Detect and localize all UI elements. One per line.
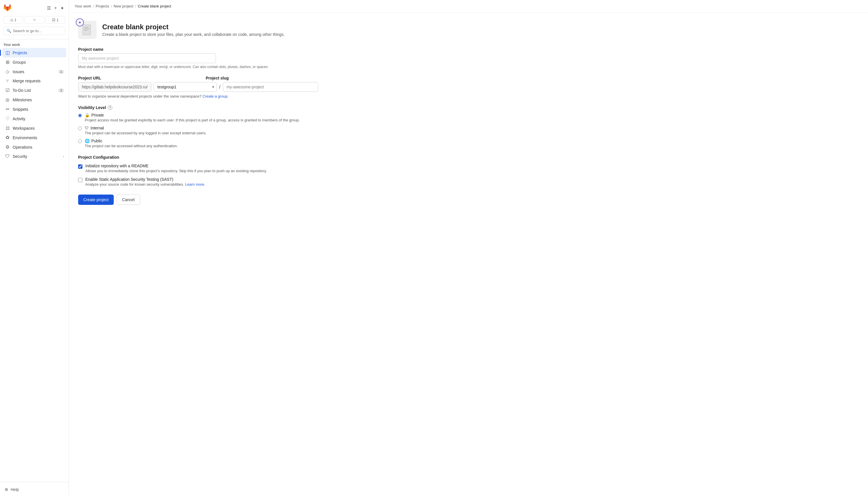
sast-desc: Analyze your source code for known secur… (85, 182, 205, 186)
url-row: https://gitlab.helpdeskcourse2023.ru/ te… (78, 82, 318, 92)
project-icon-plus: + (76, 18, 84, 26)
project-url-section: Project URL Project slug https://gitlab.… (78, 76, 318, 98)
sidebar-item-projects-label: Projects (13, 51, 27, 55)
snippets-icon: ✂ (4, 106, 10, 112)
visibility-private-desc: Project access must be granted explicitl… (85, 118, 300, 122)
sidebar-item-environments[interactable]: ♻ Environments (2, 133, 66, 142)
todo-counter-btn[interactable]: ☑ 1 (45, 16, 65, 24)
breadcrumb-sep-1: / (93, 4, 94, 8)
sidebar-item-groups[interactable]: ⊞ Groups (2, 57, 66, 67)
project-icon-wrap: + (78, 21, 97, 39)
main-content: Your work / Projects / New project / Cre… (69, 0, 868, 497)
project-name-section: Project name Must start with a lowercase… (78, 47, 318, 69)
blank-doc-icon (82, 24, 93, 36)
breadcrumb: Your work / Projects / New project / Cre… (69, 0, 868, 13)
namespace-hint: Want to organize several dependent proje… (78, 94, 318, 98)
svg-rect-3 (84, 30, 88, 30)
visibility-public-label[interactable]: 🌐 Public (85, 139, 178, 143)
projects-icon: ◫ (4, 50, 10, 55)
breadcrumb-sep-2: / (111, 4, 112, 8)
breadcrumb-current: Create blank project (138, 4, 171, 8)
sidebar-item-milestones[interactable]: ◎ Milestones (2, 95, 66, 104)
visibility-title: Visibility Level ? (78, 105, 318, 110)
project-slug-input[interactable] (223, 82, 318, 92)
search-placeholder: Search or go to... (13, 29, 42, 33)
sast-label[interactable]: Enable Static Application Security Testi… (85, 177, 205, 182)
breadcrumb-new-project[interactable]: New project (114, 4, 134, 8)
visibility-private-option: 🔒 Private Project access must be granted… (78, 113, 318, 122)
project-name-label: Project name (78, 47, 318, 52)
issues-icon: ◇ (4, 69, 10, 74)
merge-requests-icon: ⑂ (4, 78, 10, 84)
search-icon: 🔍 (6, 29, 11, 33)
visibility-internal-label[interactable]: 🛡 Internal (85, 126, 207, 130)
sidebar-top: ☰ + ✦ ◇ 1 ⑂ ☑ 1 🔍 Search or go to... (0, 0, 69, 39)
issues-board-btn[interactable]: ✦ (59, 4, 65, 12)
config-section: Project Configuration Initialize reposit… (78, 155, 318, 186)
readme-label[interactable]: Initialize repository with a README (85, 164, 267, 168)
todo-badge: 1 (58, 88, 64, 93)
mr-counter-btn[interactable]: ⑂ (24, 16, 44, 24)
visibility-internal-option: 🛡 Internal The project can be accessed b… (78, 126, 318, 135)
page-title: Create blank project (102, 23, 285, 31)
search-bar[interactable]: 🔍 Search or go to... (3, 27, 65, 35)
visibility-internal-desc: The project can be accessed by any logge… (85, 131, 207, 135)
readme-desc: Allows you to immediately clone this pro… (85, 169, 267, 173)
sidebar-bottom: ⚙ Help (0, 482, 69, 497)
visibility-internal-radio[interactable] (78, 127, 82, 130)
create-group-link[interactable]: Create a group. (203, 94, 228, 98)
project-name-input[interactable] (78, 53, 216, 63)
breadcrumb-sep-3: / (135, 4, 136, 8)
sast-learn-more-link[interactable]: Learn more. (185, 182, 205, 186)
cancel-button[interactable]: Cancel (116, 195, 140, 205)
help-label: Help (11, 487, 19, 492)
sidebar-item-projects[interactable]: ◫ Projects (2, 48, 66, 57)
sast-option: Enable Static Application Security Testi… (78, 177, 318, 186)
milestones-icon: ◎ (4, 97, 10, 102)
readme-checkbox[interactable] (78, 165, 82, 169)
sidebar-item-issues[interactable]: ◇ Issues 1 (2, 67, 66, 76)
sidebar-item-security[interactable]: 🛡 Security › (2, 152, 66, 161)
environments-icon: ♻ (4, 135, 10, 140)
new-item-btn[interactable]: + (53, 4, 58, 12)
breadcrumb-projects[interactable]: Projects (96, 4, 109, 8)
sidebar-logo-row: ☰ + ✦ (3, 2, 65, 14)
visibility-private-radio[interactable] (78, 114, 82, 117)
help-btn[interactable]: ⚙ Help (3, 485, 65, 494)
url-slash: / (219, 84, 221, 90)
mr-counter-icon: ⑂ (33, 18, 36, 22)
svg-rect-2 (84, 28, 89, 29)
visibility-public-radio[interactable] (78, 140, 82, 143)
svg-rect-1 (84, 27, 88, 28)
help-icon: ⚙ (4, 487, 8, 492)
visibility-public-desc: The project can be accessed without any … (85, 144, 178, 148)
shield-icon: 🛡 (85, 126, 89, 130)
sidebar-item-snippets[interactable]: ✂ Snippets (2, 104, 66, 114)
sidebar-item-groups-label: Groups (13, 60, 26, 65)
visibility-help-icon[interactable]: ? (108, 105, 112, 110)
create-project-button[interactable]: Create project (78, 195, 114, 205)
todo-counter-badge: 1 (57, 18, 59, 22)
sidebar-item-workspaces[interactable]: ⊡ Workspaces (2, 123, 66, 133)
visibility-private-label[interactable]: 🔒 Private (85, 113, 300, 117)
sidebar-item-operations[interactable]: ⚙ Operations (2, 142, 66, 152)
sidebar-item-activity[interactable]: ♡ Activity (2, 114, 66, 123)
security-icon: 🛡 (4, 154, 10, 159)
readme-option: Initialize repository with a README Allo… (78, 164, 318, 173)
breadcrumb-your-work[interactable]: Your work (75, 4, 91, 8)
sidebar-item-merge-requests[interactable]: ⑂ Merge requests (2, 76, 66, 86)
issues-counter-badge: 1 (14, 18, 16, 22)
sidebar-item-environments-label: Environments (13, 136, 37, 140)
page-subtitle: Create a blank project to store your fil… (102, 32, 285, 37)
sidebar-nav: ◫ Projects ⊞ Groups ◇ Issues 1 ⑂ Merge r… (0, 48, 69, 161)
sidebar-item-milestones-label: Milestones (13, 98, 32, 102)
sidebar-item-operations-label: Operations (13, 145, 32, 150)
content-area: + Create blank project Create a blank pr… (69, 13, 328, 213)
sidebar-item-todo[interactable]: ☑ To-Do List 1 (2, 86, 66, 95)
sidebar-toggle-btn[interactable]: ☰ (46, 4, 52, 12)
issues-counter-btn[interactable]: ◇ 1 (3, 16, 23, 24)
page-header-text: Create blank project Create a blank proj… (102, 23, 285, 37)
sast-checkbox[interactable] (78, 178, 82, 182)
namespace-select[interactable]: testgroup1 (154, 82, 217, 92)
issues-counter-icon: ◇ (10, 18, 13, 22)
